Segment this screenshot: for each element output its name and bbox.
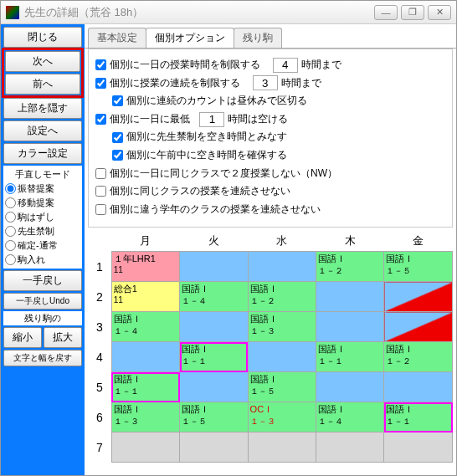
schedule-cell[interactable]	[248, 342, 316, 372]
cell-class: １－３	[114, 416, 177, 427]
cell-class: １－３	[250, 416, 314, 427]
schedule-cell[interactable]: 国語Ｉ１－４	[316, 402, 384, 432]
schedule-cell[interactable]: 国語Ｉ１－５	[248, 372, 316, 402]
schedule-cell[interactable]: 国語Ｉ１－３	[248, 312, 316, 342]
period-label: 3	[88, 312, 111, 342]
opt-min-empty-check[interactable]	[95, 114, 106, 125]
schedule-cell[interactable]: OCＩ１－３	[248, 402, 316, 432]
cell-class: １－４	[114, 325, 177, 337]
opt-limit-consec-check[interactable]	[95, 78, 106, 89]
mode-radio[interactable]	[5, 226, 16, 237]
mode-radio[interactable]	[5, 197, 16, 208]
mode-radio[interactable]	[5, 240, 16, 251]
schedule-cell[interactable]	[180, 372, 248, 402]
tab-individual-options[interactable]: 個別オプション	[146, 28, 234, 48]
maximize-button[interactable]: ❐	[401, 5, 424, 20]
cell-subject: 国語Ｉ	[182, 343, 245, 356]
opt-limit-consec-input[interactable]	[253, 75, 278, 90]
cell-subject: 国語Ｉ	[114, 313, 177, 325]
tab-basic[interactable]: 基本設定	[88, 28, 146, 48]
schedule-cell[interactable]: 国語Ｉ１－５	[384, 252, 453, 282]
schedule-cell[interactable]	[316, 432, 384, 463]
schedule-cell[interactable]	[180, 432, 248, 463]
mode-option[interactable]: 駒はずし	[5, 210, 80, 224]
expand-button[interactable]: 拡大	[44, 327, 82, 348]
sidebar: 閉じる 次へ 前へ 上部を隠す 設定へ カラー設定 手直しモード 振替提案 移動…	[1, 24, 85, 475]
cell-subject: 国語Ｉ	[386, 343, 450, 356]
schedule-cell[interactable]: 国語Ｉ１－１	[180, 342, 248, 372]
color-settings-button[interactable]: カラー設定	[3, 143, 82, 164]
mode-option[interactable]: 移動提案	[5, 196, 80, 210]
opt-ensure-am-empty-check[interactable]	[112, 150, 123, 161]
period-label: 7	[88, 432, 111, 463]
mode-radio[interactable]	[5, 183, 16, 194]
schedule-cell[interactable]: 国語Ｉ１－２	[316, 252, 384, 282]
opt-lunch-divider-check[interactable]	[112, 95, 123, 106]
cell-subject: 国語Ｉ	[318, 403, 382, 416]
schedule-cell[interactable]	[316, 372, 384, 402]
schedule-cell[interactable]: 国語Ｉ１－１	[384, 402, 453, 432]
cell-subject: 国語Ｉ	[250, 373, 314, 386]
cell-class: １－５	[386, 265, 450, 277]
schedule-cell[interactable]: 国語Ｉ１－１	[111, 372, 179, 402]
cell-subject: 国語Ｉ	[318, 343, 382, 356]
cell-subject: 国語Ｉ	[182, 403, 245, 416]
period-label: 2	[88, 282, 111, 312]
opt-no-twice-check[interactable]	[95, 168, 106, 179]
cell-class: １－５	[250, 386, 314, 397]
cell-class: １－１	[318, 356, 382, 367]
shrink-button[interactable]: 縮小	[3, 327, 42, 348]
opt-no-consec-same-check[interactable]	[95, 186, 106, 197]
mode-option[interactable]: 確定-通常	[5, 238, 80, 253]
cell-class: 11	[114, 265, 177, 274]
cell-class: 11	[114, 295, 177, 305]
schedule-cell[interactable]: 国語Ｉ１－５	[180, 402, 248, 432]
close-window-button[interactable]: ✕	[428, 5, 451, 20]
schedule-cell[interactable]: 国語Ｉ１－４	[180, 282, 248, 312]
mode-option[interactable]: 駒入れ	[5, 253, 80, 267]
schedule-cell[interactable]: １年LHR111	[111, 252, 179, 282]
mode-radio[interactable]	[5, 254, 16, 265]
mode-radio[interactable]	[5, 212, 16, 223]
schedule-cell[interactable]	[384, 372, 453, 402]
to-settings-button[interactable]: 設定へ	[3, 120, 82, 141]
day-header: 水	[248, 231, 316, 252]
schedule-cell[interactable]: 国語Ｉ１－３	[111, 402, 179, 432]
restore-button[interactable]: 文字と幅を戻す	[3, 350, 82, 366]
opt-empty-as-ban-check[interactable]	[112, 132, 123, 143]
schedule-cell[interactable]: 国語Ｉ１－４	[111, 312, 179, 342]
schedule-cell[interactable]	[180, 312, 248, 342]
schedule-cell[interactable]: 国語Ｉ１－１	[316, 342, 384, 372]
tab-remaining[interactable]: 残り駒	[234, 28, 282, 48]
schedule-cell[interactable]	[180, 252, 248, 282]
schedule-cell[interactable]	[248, 432, 316, 463]
undo-one-button[interactable]: 一手戻し	[3, 270, 82, 291]
next-button[interactable]: 次へ	[5, 51, 80, 72]
schedule-cell[interactable]	[384, 282, 453, 312]
opt-limit-hours-input[interactable]	[273, 58, 298, 73]
minimize-button[interactable]: —	[374, 5, 398, 20]
schedule-cell[interactable]	[111, 342, 179, 372]
prev-button[interactable]: 前へ	[5, 74, 80, 95]
schedule-cell[interactable]	[316, 282, 384, 312]
opt-limit-hours-check[interactable]	[95, 59, 106, 70]
mode-option[interactable]: 先生禁制	[5, 224, 80, 238]
undo-one-small-button[interactable]: 一手戻しUndo	[3, 293, 82, 310]
schedule-cell[interactable]	[316, 312, 384, 342]
close-button[interactable]: 閉じる	[3, 27, 82, 48]
cell-subject: 国語Ｉ	[114, 403, 177, 416]
mode-option[interactable]: 振替提案	[5, 182, 80, 196]
opt-min-empty-input[interactable]	[199, 112, 224, 127]
mode-title: 手直しモード	[5, 167, 80, 182]
period-label: 6	[88, 402, 111, 432]
hide-top-button[interactable]: 上部を隠す	[3, 98, 82, 119]
schedule-cell[interactable]: 国語Ｉ１－２	[384, 342, 453, 372]
opt-no-consec-diff-check[interactable]	[95, 204, 106, 215]
schedule-cell[interactable]	[384, 432, 453, 463]
schedule-cell[interactable]: 国語Ｉ１－２	[248, 282, 316, 312]
schedule-cell[interactable]	[248, 252, 316, 282]
app-icon	[6, 6, 19, 19]
schedule-cell[interactable]: 総合111	[111, 282, 179, 312]
schedule-cell[interactable]	[111, 432, 179, 463]
schedule-cell[interactable]	[384, 312, 453, 342]
